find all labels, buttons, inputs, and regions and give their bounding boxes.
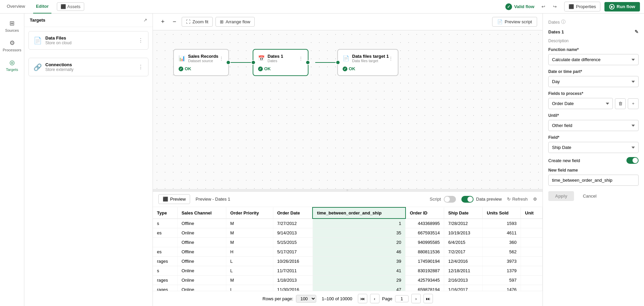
connections-title: Connections <box>45 62 135 67</box>
cell: 5/15/2015 <box>273 238 313 247</box>
rows-per-page-select[interactable]: 100 50 25 <box>296 295 316 303</box>
tab-overview[interactable]: Overview <box>4 0 28 14</box>
node-data-files-target[interactable]: 📄 Data files target 1 Data files target … <box>337 49 398 76</box>
flow-canvas[interactable]: 📊 Sales Records Dataset source ⋮ ✓ OK <box>153 30 543 189</box>
edit-icon[interactable]: ✎ <box>635 29 639 34</box>
cell: Online <box>177 266 226 276</box>
cell: 9/14/2013 <box>273 228 313 238</box>
sales-records-output-connector[interactable] <box>226 60 231 65</box>
zoom-out-button[interactable]: − <box>170 17 179 27</box>
connections-subtitle: Store externally <box>45 67 135 72</box>
col-units-sold: Units Sold <box>483 207 521 219</box>
dates1-output-connector[interactable] <box>305 60 310 65</box>
tab-editor[interactable]: Editor <box>33 0 51 14</box>
dates1-input-connector[interactable] <box>251 60 256 65</box>
until-select[interactable]: Other field <box>548 120 639 131</box>
zoom-in-button[interactable]: + <box>158 17 167 27</box>
zoom-fit-button[interactable]: ⛶ Zoom fit <box>182 17 213 27</box>
prev-page-button[interactable]: ‹ <box>370 294 380 303</box>
data-files-target-ok-icon: ✓ <box>343 67 347 71</box>
sidebar-item-sources[interactable]: ⊞ Sources <box>0 16 24 36</box>
info-icon: ⓘ <box>561 19 566 25</box>
assets-button[interactable]: ⬛ Assets <box>57 2 84 11</box>
cell: 830192887 <box>406 266 444 276</box>
field-select[interactable]: Ship Date <box>548 142 639 153</box>
data-files-target-title: Data files target 1 <box>352 54 389 59</box>
data-files-target-icon: 📄 <box>343 55 349 61</box>
arrange-flow-button[interactable]: ⊞ Arrange flow <box>215 17 255 27</box>
cell: rages <box>153 257 177 266</box>
cell: H <box>226 247 273 257</box>
sidebar-item-targets[interactable]: ◎ Targets <box>0 55 24 75</box>
sales-records-menu-icon[interactable]: ⋮ <box>219 56 224 61</box>
new-field-name-input[interactable] <box>548 175 639 186</box>
cell: M <box>226 238 273 247</box>
cell: 1/18/2013 <box>273 276 313 285</box>
connections-menu-icon[interactable]: ⋮ <box>138 64 143 70</box>
col-order-priority: Order Priority <box>226 207 273 219</box>
node-dates1[interactable]: 📅 Dates 1 Dates ⋮ ✓ OK <box>253 49 308 76</box>
cell: Offline <box>177 257 226 266</box>
cell: 6/4/2015 <box>444 238 483 247</box>
cell: 659878194 <box>406 285 444 291</box>
apply-button[interactable]: Apply <box>548 191 574 201</box>
cell: 1593 <box>483 219 521 228</box>
script-toggle-switch[interactable] <box>444 196 456 203</box>
sidebar-targets-label: Targets <box>6 68 18 72</box>
table-container: Type Sales Channel Order Priority Order … <box>153 207 543 291</box>
preview-right: Script Data preview ↻ Refresh <box>430 196 537 203</box>
dates1-menu-icon[interactable]: ⋮ <box>299 56 303 61</box>
date-time-part-select[interactable]: Day <box>548 76 639 87</box>
properties-button[interactable]: ⬛ Properties <box>564 2 600 11</box>
next-page-button[interactable]: › <box>411 294 421 303</box>
preview-tab-button[interactable]: ⬛ Preview <box>158 194 190 204</box>
settings-button[interactable]: ⚙ <box>533 197 537 202</box>
undo-button[interactable]: ↩ <box>538 2 549 12</box>
right-panel: Dates ⓘ Dates 1 ✎ Description Function n… <box>543 14 644 306</box>
data-files-target-menu-icon[interactable]: ⋮ <box>389 56 393 61</box>
targets-panel: Targets ↗ 📄 Data Files Store on cloud ⋮ … <box>24 14 153 306</box>
cell: 667593514 <box>406 228 444 238</box>
cancel-button[interactable]: Cancel <box>577 191 602 201</box>
range-label: 1–100 of 10000 <box>322 296 352 301</box>
sales-records-ok-icon: ✓ <box>179 67 183 71</box>
data-files-target-input-connector[interactable] <box>336 60 340 65</box>
create-field-toggle[interactable] <box>626 157 639 164</box>
data-files-icon: 📄 <box>33 36 42 45</box>
assets-icon: ⬛ <box>61 4 66 9</box>
targets-title: Targets <box>30 18 45 23</box>
connections-card[interactable]: 🔗 Connections Store externally ⋮ <box>28 58 148 76</box>
preview-script-button[interactable]: 📄 Preview script <box>492 17 537 27</box>
delete-field-button[interactable]: 🗑 <box>615 98 626 109</box>
script-toggle-knob <box>444 197 450 202</box>
refresh-button[interactable]: ↻ Refresh <box>507 197 528 202</box>
main-layout: ⊞ Sources ⚙ Processors ◎ Targets Targets… <box>0 14 644 306</box>
add-field-button[interactable]: + <box>628 98 639 109</box>
cell: rages <box>153 285 177 291</box>
first-page-button[interactable]: ⏮ <box>358 294 367 303</box>
targets-icon: ◎ <box>9 59 15 66</box>
data-files-info: Data Files Store on cloud <box>45 35 135 45</box>
canvas-toolbar: + − ⛶ Zoom fit ⊞ Arrange flow 📄 Preview … <box>153 14 543 30</box>
sidebar-item-processors[interactable]: ⚙ Processors <box>0 36 24 55</box>
sales-records-status: ✓ OK <box>179 66 224 71</box>
sources-icon: ⊞ <box>9 20 15 27</box>
cell-highlighted: 47 <box>313 285 405 291</box>
data-preview-toggle-switch[interactable] <box>461 196 474 203</box>
redo-button[interactable]: ↪ <box>550 2 560 12</box>
expand-icon[interactable]: ↗ <box>143 18 147 23</box>
until-group: Until* Other field <box>548 113 639 131</box>
data-files-card[interactable]: 📄 Data Files Store on cloud ⋮ <box>28 31 148 50</box>
fields-to-process-select[interactable]: Order Date <box>548 98 613 109</box>
function-name-select[interactable]: Calculate date difference <box>548 54 639 65</box>
run-flow-button[interactable]: ▶ Run flow <box>604 2 640 11</box>
fields-to-process-label: Fields to process* <box>548 91 639 96</box>
page-number-input[interactable] <box>395 295 409 302</box>
script-label: Script <box>430 197 441 202</box>
node-sales-records[interactable]: 📊 Sales Records Dataset source ⋮ ✓ OK <box>173 49 229 76</box>
data-files-menu-icon[interactable]: ⋮ <box>138 37 143 44</box>
last-page-button[interactable]: ⏭ <box>423 294 433 303</box>
sales-records-info: Sales Records Dataset source <box>188 54 218 63</box>
cell: 1379 <box>483 266 521 276</box>
preview-panel: ⬛ Preview Preview - Dates 1 Script <box>153 191 543 306</box>
